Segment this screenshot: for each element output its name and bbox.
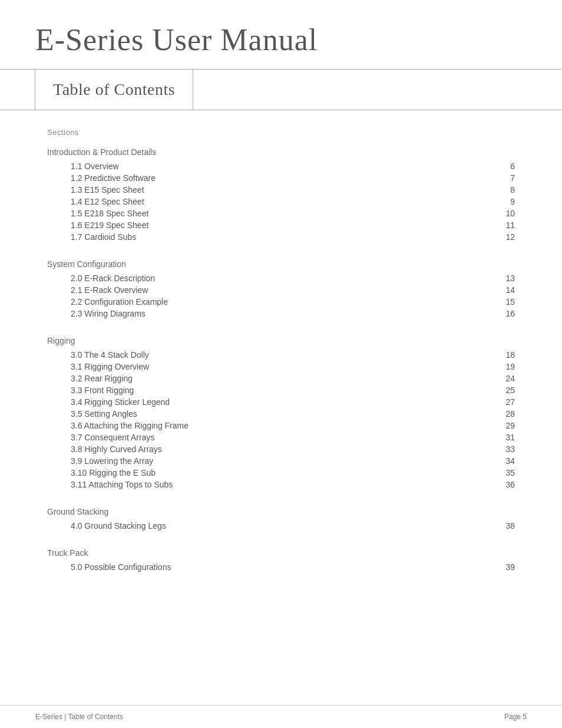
- main-title: E-Series User Manual: [35, 22, 527, 57]
- toc-item-label: 4.0 Ground Stacking Legs: [71, 521, 166, 531]
- toc-item: 3.1 Rigging Overview19: [47, 361, 515, 373]
- toc-item-label: 3.0 The 4 Stack Dolly: [71, 350, 149, 360]
- toc-item-label: 3.2 Rear Rigging: [71, 374, 133, 383]
- toc-item-page: 18: [497, 350, 515, 360]
- section-title-2: Rigging: [47, 336, 515, 345]
- toc-item: 4.0 Ground Stacking Legs38: [47, 520, 515, 532]
- section-group-1: System Configuration2.0 E-Rack Descripti…: [47, 259, 515, 319]
- toc-item-page: 29: [497, 421, 515, 430]
- toc-item-label: 3.4 Rigging Sticker Legend: [71, 397, 170, 407]
- toc-item-label: 1.5 E218 Spec Sheet: [71, 209, 148, 218]
- toc-item-page: 8: [497, 185, 515, 195]
- footer: E-Series | Table of Contents Page 5: [0, 705, 562, 728]
- toc-item: 2.3 Wiring Diagrams16: [47, 308, 515, 319]
- toc-item-page: 6: [497, 162, 515, 171]
- toc-item-label: 1.4 E12 Spec Sheet: [71, 197, 144, 206]
- toc-header-tab: Table of Contents: [35, 70, 193, 110]
- toc-item: 3.0 The 4 Stack Dolly18: [47, 349, 515, 361]
- toc-item: 1.2 Predictive Software7: [47, 172, 515, 184]
- toc-item-page: 33: [497, 444, 515, 454]
- toc-item-label: 3.1 Rigging Overview: [71, 362, 149, 371]
- toc-item-label: 2.0 E-Rack Description: [71, 274, 155, 283]
- toc-item: 3.11 Attaching Tops to Subs36: [47, 479, 515, 490]
- title-area: E-Series User Manual: [0, 0, 562, 69]
- toc-item-page: 16: [497, 309, 515, 318]
- toc-item: 2.1 E-Rack Overview14: [47, 284, 515, 296]
- toc-item-page: 11: [497, 220, 515, 230]
- toc-item-page: 25: [497, 386, 515, 395]
- toc-item-label: 3.9 Lowering the Array: [71, 456, 153, 466]
- toc-header-right: [193, 70, 562, 110]
- toc-item: 1.6 E219 Spec Sheet11: [47, 219, 515, 231]
- section-title-0: Introduction & Product Details: [47, 147, 515, 157]
- toc-item-page: 19: [497, 362, 515, 371]
- toc-item-label: 3.5 Setting Angles: [71, 409, 137, 419]
- toc-item: 3.2 Rear Rigging24: [47, 373, 515, 384]
- section-title-3: Ground Stacking: [47, 507, 515, 516]
- toc-item-label: 1.1 Overview: [71, 162, 119, 171]
- section-group-4: Truck Pack5.0 Possible Configurations39: [47, 548, 515, 573]
- toc-item-label: 1.2 Predictive Software: [71, 173, 156, 183]
- toc-left-bar: [0, 70, 35, 110]
- toc-item-page: 15: [497, 297, 515, 307]
- toc-item-label: 1.3 E15 Spec Sheet: [71, 185, 144, 195]
- toc-heading: Table of Contents: [53, 80, 175, 99]
- toc-item: 2.0 E-Rack Description13: [47, 272, 515, 284]
- toc-item: 1.5 E218 Spec Sheet10: [47, 207, 515, 219]
- toc-item-page: 7: [497, 173, 515, 183]
- toc-item-page: 38: [497, 521, 515, 531]
- toc-item-page: 24: [497, 374, 515, 383]
- footer-left: E-Series | Table of Contents: [35, 713, 123, 721]
- toc-item: 3.6 Attaching the Rigging Frame29: [47, 420, 515, 431]
- toc-item-page: 12: [497, 232, 515, 242]
- toc-item-label: 2.2 Configuration Example: [71, 297, 168, 307]
- toc-item-label: 3.8 Highly Curved Arrays: [71, 444, 162, 454]
- toc-item: 3.4 Rigging Sticker Legend27: [47, 396, 515, 408]
- toc-header-wrapper: Table of Contents: [0, 69, 562, 110]
- toc-item-page: 28: [497, 409, 515, 419]
- toc-item-page: 9: [497, 197, 515, 206]
- content-area: Sections Introduction & Product Details1…: [0, 110, 562, 613]
- sections-container: Introduction & Product Details1.1 Overvi…: [47, 147, 515, 573]
- toc-item-label: 1.6 E219 Spec Sheet: [71, 220, 148, 230]
- toc-item: 3.3 Front Rigging25: [47, 384, 515, 396]
- toc-item-label: 3.10 Rigging the E Sub: [71, 468, 156, 477]
- toc-item: 1.1 Overview6: [47, 160, 515, 172]
- toc-item-label: 3.11 Attaching Tops to Subs: [71, 480, 173, 489]
- toc-item: 1.4 E12 Spec Sheet9: [47, 196, 515, 207]
- toc-item: 3.8 Highly Curved Arrays33: [47, 443, 515, 455]
- section-title-4: Truck Pack: [47, 548, 515, 558]
- section-group-2: Rigging3.0 The 4 Stack Dolly183.1 Riggin…: [47, 336, 515, 490]
- section-group-0: Introduction & Product Details1.1 Overvi…: [47, 147, 515, 243]
- footer-right: Page 5: [504, 713, 527, 721]
- toc-item-page: 14: [497, 285, 515, 295]
- toc-item-label: 1.7 Cardioid Subs: [71, 232, 136, 242]
- toc-item-label: 3.3 Front Rigging: [71, 386, 134, 395]
- toc-item: 3.7 Consequent Arrays31: [47, 431, 515, 443]
- toc-item-page: 36: [497, 480, 515, 489]
- toc-item-label: 3.6 Attaching the Rigging Frame: [71, 421, 189, 430]
- toc-item-label: 3.7 Consequent Arrays: [71, 433, 154, 442]
- toc-item-page: 34: [497, 456, 515, 466]
- toc-item: 1.3 E15 Spec Sheet8: [47, 184, 515, 196]
- toc-item-page: 27: [497, 397, 515, 407]
- toc-item-page: 31: [497, 433, 515, 442]
- toc-item: 3.5 Setting Angles28: [47, 408, 515, 420]
- section-title-1: System Configuration: [47, 259, 515, 269]
- toc-item-page: 35: [497, 468, 515, 477]
- toc-item-page: 13: [497, 274, 515, 283]
- toc-item: 3.9 Lowering the Array34: [47, 455, 515, 467]
- toc-item: 5.0 Possible Configurations39: [47, 561, 515, 573]
- toc-item-page: 10: [497, 209, 515, 218]
- toc-item-page: 39: [497, 562, 515, 572]
- sections-label: Sections: [47, 128, 515, 137]
- toc-item: 2.2 Configuration Example15: [47, 296, 515, 308]
- section-group-3: Ground Stacking4.0 Ground Stacking Legs3…: [47, 507, 515, 532]
- toc-item: 1.7 Cardioid Subs12: [47, 231, 515, 243]
- toc-item: 3.10 Rigging the E Sub35: [47, 467, 515, 479]
- toc-item-label: 2.3 Wiring Diagrams: [71, 309, 146, 318]
- toc-item-label: 5.0 Possible Configurations: [71, 562, 171, 572]
- toc-item-label: 2.1 E-Rack Overview: [71, 285, 148, 295]
- page: E-Series User Manual Table of Contents S…: [0, 0, 562, 728]
